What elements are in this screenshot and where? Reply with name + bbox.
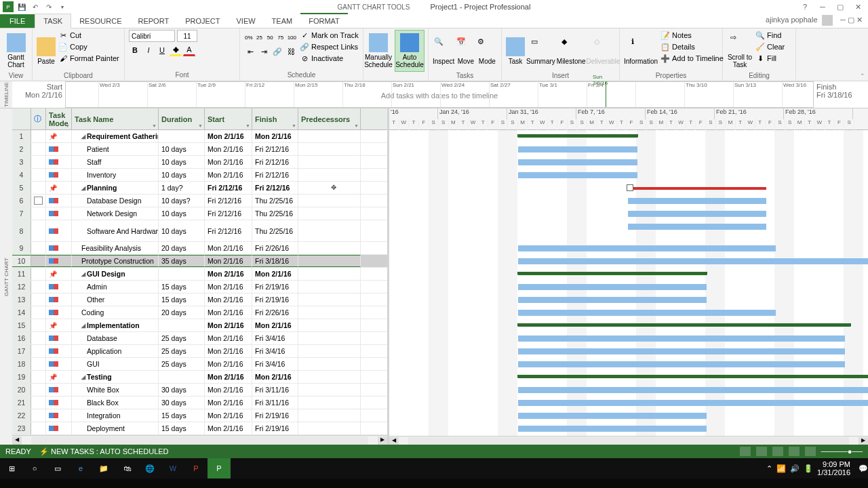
cell[interactable] (31, 182, 46, 194)
cell[interactable] (31, 306, 46, 319)
cell[interactable] (298, 143, 361, 155)
pct50-button[interactable]: 50 (265, 31, 275, 43)
cell[interactable]: 30 days (159, 396, 205, 409)
cell[interactable] (298, 182, 361, 194)
cell[interactable]: Mon 2/1/16 (205, 396, 252, 409)
cell[interactable] (46, 281, 72, 293)
cell[interactable] (46, 195, 72, 207)
cell[interactable] (298, 306, 361, 319)
chart-row[interactable] (389, 242, 868, 255)
notifications-icon[interactable]: 💬 (859, 464, 868, 473)
cell[interactable]: 18 (12, 358, 31, 370)
project-icon[interactable]: P (208, 458, 231, 479)
cell[interactable]: Deployment (72, 422, 159, 434)
chart-row[interactable] (389, 293, 868, 306)
cell[interactable]: 35 days (159, 255, 205, 267)
cell[interactable]: 📌 (46, 130, 72, 142)
chart-row[interactable] (389, 396, 868, 409)
cell[interactable]: Mon 2/1/16 (205, 281, 252, 293)
cell[interactable]: 25 days (159, 332, 205, 344)
table-row[interactable]: 15📌◢ImplementationMon 2/1/16Mon 2/1/16 (12, 319, 387, 332)
gantt-bar[interactable] (518, 146, 637, 152)
cell[interactable]: Mon 2/1/16 (205, 130, 252, 142)
cell[interactable]: 1 (12, 130, 31, 142)
cell[interactable]: Fri 3/11/16 (252, 384, 298, 396)
pct0-button[interactable]: 0% (244, 31, 254, 43)
table-row[interactable]: 17Application25 daysMon 2/1/16Fri 3/4/16 (12, 345, 387, 358)
cell[interactable] (31, 143, 46, 155)
notes-button[interactable]: 📝Notes (659, 30, 725, 41)
cell[interactable]: Staff (72, 156, 159, 168)
cell[interactable]: 1 day? (159, 182, 205, 194)
cell[interactable] (46, 143, 72, 155)
cell[interactable] (31, 268, 46, 280)
chart-row[interactable] (389, 422, 868, 435)
auto-schedule-button[interactable]: Auto Schedule (395, 30, 425, 72)
gantt-bar[interactable] (628, 211, 766, 217)
cell[interactable] (298, 332, 361, 344)
cell[interactable]: Database (72, 332, 159, 344)
inspect-button[interactable]: 🔍Inspect (433, 30, 454, 72)
cell[interactable]: 4 (12, 169, 31, 181)
cell[interactable] (46, 207, 72, 220)
chart-row[interactable] (389, 169, 868, 182)
col-rownum[interactable] (12, 108, 31, 129)
gantt-bar[interactable] (518, 284, 707, 290)
cell[interactable] (298, 358, 361, 370)
table-row[interactable]: 8Software And Hardware10 daysFri 2/12/16… (12, 220, 387, 242)
cell[interactable]: Fri 2/26/16 (252, 242, 298, 254)
cell[interactable]: Mon 2/1/16 (205, 255, 252, 267)
cell[interactable]: 21 (12, 396, 31, 409)
cell[interactable]: Mon 2/1/16 (252, 130, 298, 142)
tab-project[interactable]: PROJECT (177, 14, 228, 28)
cell[interactable]: Network Design (72, 207, 159, 220)
cell[interactable]: 30 days (159, 384, 205, 396)
cell[interactable] (31, 220, 46, 241)
table-row[interactable]: 23Deployment15 daysMon 2/1/16Fri 2/19/16 (12, 422, 387, 435)
cell[interactable] (298, 156, 361, 168)
tab-resource[interactable]: RESOURCE (71, 14, 130, 28)
table-row[interactable]: 22Integration15 daysMon 2/1/16Fri 2/19/1… (12, 409, 387, 422)
chart-row[interactable] (389, 182, 868, 195)
link-button[interactable]: 🔗 (271, 45, 283, 58)
fill-button[interactable]: ⬇Fill (754, 53, 786, 64)
cell[interactable] (46, 255, 72, 267)
table-row[interactable]: 18GUI25 daysMon 2/1/16Fri 3/4/16 (12, 358, 387, 371)
deliverable-button[interactable]: ◇Deliverable (587, 30, 620, 72)
bold-button[interactable]: B (129, 44, 141, 56)
cell[interactable] (31, 255, 46, 267)
zoom-slider[interactable]: ─────●── (821, 447, 863, 455)
find-button[interactable]: 🔍Find (754, 30, 786, 41)
cell[interactable] (31, 332, 46, 344)
underline-button[interactable]: U (156, 44, 168, 56)
redo-icon[interactable]: ↷ (43, 1, 54, 12)
cell[interactable]: White Box (72, 384, 159, 396)
cell[interactable] (298, 130, 361, 142)
gantt-bar[interactable] (518, 336, 845, 342)
table-row[interactable]: 14Coding20 daysMon 2/1/16Fri 2/26/16 (12, 306, 387, 319)
chart-row[interactable] (389, 207, 868, 220)
cell[interactable] (46, 242, 72, 254)
gantt-bar[interactable] (518, 172, 637, 178)
milestone-icon[interactable] (627, 184, 633, 191)
cell[interactable] (298, 220, 361, 241)
edge-icon[interactable]: e (69, 458, 92, 479)
tab-task[interactable]: TASK (35, 14, 71, 28)
cell[interactable] (31, 358, 46, 370)
cell[interactable]: 12 (12, 281, 31, 293)
cell[interactable]: Fri 2/12/16 (252, 156, 298, 168)
col-info[interactable]: ⓘ (31, 108, 46, 129)
cell[interactable] (298, 384, 361, 396)
cell[interactable] (159, 268, 205, 280)
cell[interactable] (159, 371, 205, 383)
gantt-bar[interactable] (518, 375, 868, 378)
font-size-input[interactable] (177, 30, 197, 42)
cell[interactable]: Mon 2/1/16 (205, 306, 252, 319)
gantt-bar[interactable] (628, 187, 766, 190)
powerpoint-icon[interactable]: P (184, 458, 208, 479)
cell[interactable]: 15 days (159, 293, 205, 306)
cell[interactable] (31, 396, 46, 409)
unlink-button[interactable]: ⛓ (285, 45, 297, 58)
gantt-bar[interactable] (518, 159, 637, 165)
cell[interactable]: Mon 2/1/16 (205, 319, 252, 331)
